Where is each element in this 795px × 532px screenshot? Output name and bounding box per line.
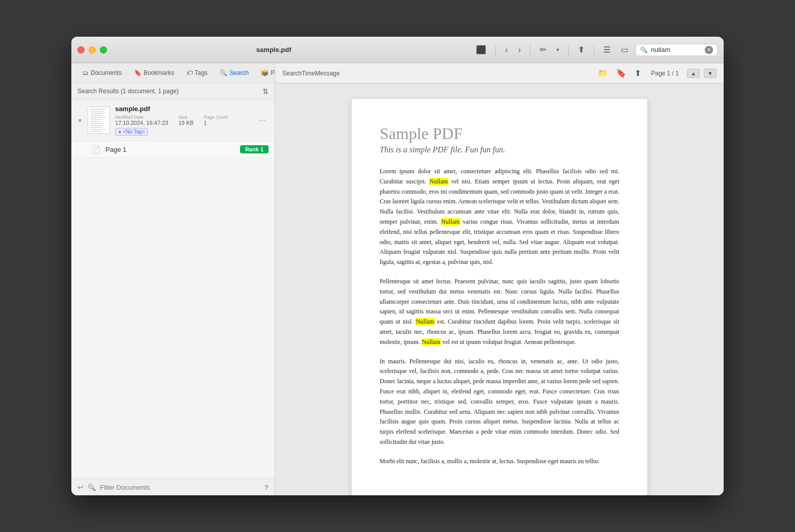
highlight-4: Nullam: [421, 338, 441, 345]
highlight-2: Nullam: [441, 218, 460, 225]
bookmarks-icon: 🔖: [134, 69, 142, 76]
toolbar-separator-3: [568, 45, 569, 55]
size-label: Size: [178, 115, 194, 120]
search-tab-icon: 🔍: [220, 69, 227, 76]
pdf-folder-button[interactable]: 📁: [596, 67, 610, 79]
pool-icon: 📦: [261, 69, 269, 76]
pdf-page: Sample PDF This is a simple PDF file. Fu…: [352, 99, 647, 495]
title-bar: sample.pdf ⬛ ‹ › ✏ ▾ ⬆ ☰ ▭ 🔍 ✕: [71, 37, 724, 63]
page-count-label: Page Count: [204, 115, 228, 120]
file-page-count: Page Count 1: [204, 115, 228, 126]
file-meta: Modified Date 17.10.2024, 16:47:23 Size …: [115, 115, 251, 126]
size-value: 19 KB: [178, 120, 194, 126]
pdf-paragraph-2: Pellentesque sit amet lectus. Praesent p…: [380, 277, 619, 348]
filter-icon: 🔍: [88, 484, 96, 491]
file-modified: Modified Date 17.10.2024, 16:47:23: [115, 115, 168, 126]
tag-label: <No Tag>: [123, 129, 145, 135]
panel-view-button[interactable]: ▭: [618, 43, 631, 57]
file-header: ▼: [71, 100, 275, 141]
list-view-button[interactable]: ☰: [600, 43, 614, 57]
help-button[interactable]: ?: [264, 484, 269, 491]
pdf-viewer: SearchTimeMessage 📁 🔖 ⬆ Page 1 / 1 ▲ ▼ S…: [275, 63, 724, 495]
file-size: Size 19 KB: [178, 115, 194, 126]
pdf-paragraph-3: In mauris. Pellentesque dui nisi, iaculi…: [380, 357, 619, 447]
file-more-button[interactable]: ···: [256, 115, 269, 126]
results-count-label: Search Results (1 document, 1 page): [77, 88, 179, 95]
file-thumbnail: [88, 107, 110, 134]
documents-icon: 🗂: [83, 69, 89, 76]
pdf-subtitle: This is a simple PDF file. Fun fun fun.: [380, 145, 619, 154]
search-icon: 🔍: [640, 46, 648, 54]
pdf-paragraph-1: Lorem ipsum dolor sit amet, consectetuer…: [380, 167, 619, 268]
rank-badge: Rank 1: [240, 145, 269, 153]
tag-dot-icon: ●: [118, 129, 121, 135]
page-result[interactable]: 📄 Page 1 Rank 1: [71, 141, 275, 158]
tab-bookmarks-label: Bookmarks: [144, 69, 174, 76]
tab-documents-label: Documents: [91, 69, 122, 76]
pdf-share-button[interactable]: ⬆: [632, 67, 643, 79]
tab-bookmarks[interactable]: 🔖 Bookmarks: [129, 67, 179, 78]
pdf-toolbar-label: SearchTimeMessage: [282, 70, 591, 77]
toolbar-right: ⬛ ‹ › ✏ ▾ ⬆ ☰ ▭ 🔍 ✕: [473, 43, 718, 57]
pdf-paragraph-4: Morbi elit nunc, facilisis a, mollis a, …: [380, 457, 619, 467]
tab-tags[interactable]: 🏷 Tags: [181, 67, 213, 78]
pdf-bookmark-button[interactable]: 🔖: [614, 67, 628, 79]
pdf-toolbar-right: 📁 🔖 ⬆ Page 1 / 1 ▲ ▼: [596, 67, 717, 79]
file-name: sample.pdf: [115, 105, 251, 113]
filter-input[interactable]: [100, 484, 260, 491]
tab-documents[interactable]: 🗂 Documents: [77, 67, 127, 78]
toolbar-separator-4: [594, 45, 594, 55]
collapse-chevron-icon[interactable]: ▼: [77, 118, 83, 123]
file-result: ▼: [71, 100, 275, 158]
search-input[interactable]: [651, 46, 702, 54]
pdf-prev-button[interactable]: ▲: [687, 69, 700, 78]
tab-tags-label: Tags: [195, 69, 207, 76]
annotate-button[interactable]: ✏: [537, 43, 549, 57]
pdf-content[interactable]: Sample PDF This is a simple PDF file. Fu…: [275, 84, 724, 495]
toolbar-separator-2: [530, 45, 531, 55]
page-count-value: 1: [204, 120, 228, 126]
pdf-toolbar: SearchTimeMessage 📁 🔖 ⬆ Page 1 / 1 ▲ ▼: [275, 63, 724, 84]
sidebar-tabs: 🗂 Documents 🔖 Bookmarks 🏷 Tags 🔍 Search …: [71, 63, 275, 83]
toolbar-separator-1: [495, 45, 496, 55]
highlight-1: Nullam: [429, 178, 448, 185]
pdf-page-info: Page 1 / 1: [651, 70, 679, 77]
page-icon: 📄: [92, 145, 100, 153]
forward-button[interactable]: ›: [515, 43, 524, 57]
sort-button[interactable]: ⇅: [262, 87, 269, 95]
window-title: sample.pdf: [74, 46, 473, 54]
tab-search[interactable]: 🔍 Search: [215, 67, 254, 78]
sidebar: 🗂 Documents 🔖 Bookmarks 🏷 Tags 🔍 Search …: [71, 63, 275, 495]
share-button[interactable]: ⬆: [575, 43, 588, 57]
page-label: Page 1: [105, 146, 235, 153]
modified-label: Modified Date: [115, 115, 168, 120]
annotate-dropdown-button[interactable]: ▾: [553, 45, 562, 55]
sidebar-footer: ↩ 🔍 ?: [71, 478, 275, 495]
highlight-3: Nullam: [415, 318, 435, 325]
main-area: 🗂 Documents 🔖 Bookmarks 🏷 Tags 🔍 Search …: [71, 63, 724, 495]
back-arrow-icon: ↩: [77, 483, 84, 491]
app-window: sample.pdf ⬛ ‹ › ✏ ▾ ⬆ ☰ ▭ 🔍 ✕: [71, 37, 724, 495]
search-clear-button[interactable]: ✕: [705, 46, 713, 54]
results-header: Search Results (1 document, 1 page) ⇅: [71, 83, 275, 100]
tags-icon: 🏷: [187, 69, 193, 76]
back-button[interactable]: ‹: [502, 43, 511, 57]
search-bar: 🔍 ✕: [635, 44, 718, 56]
pdf-next-button[interactable]: ▼: [704, 69, 717, 78]
pdf-title: Sample PDF: [380, 124, 619, 143]
sidebar-toggle-button[interactable]: ⬛: [473, 43, 489, 57]
file-info: sample.pdf Modified Date 17.10.2024, 16:…: [115, 105, 251, 136]
modified-value: 17.10.2024, 16:47:23: [115, 120, 168, 126]
tab-search-label: Search: [229, 69, 249, 76]
file-tag: ● <No Tag>: [115, 128, 148, 136]
